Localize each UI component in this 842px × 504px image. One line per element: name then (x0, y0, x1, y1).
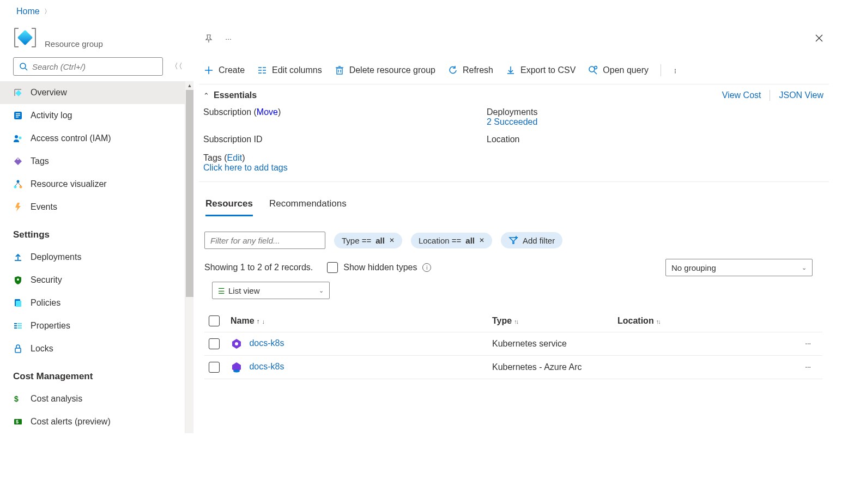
add-filter-label: Add filter (523, 236, 555, 245)
subscription-id-label: Subscription ID (203, 135, 487, 144)
sidebar-item-access-control[interactable]: Access control (IAM) (0, 127, 185, 150)
resource-name-link[interactable]: docs-k8s (249, 338, 284, 348)
kubernetes-service-icon (231, 338, 243, 350)
resource-visualizer-icon (13, 179, 23, 189)
records-row: Showing 1 to 2 of 2 records. Show hidden… (199, 249, 829, 276)
json-view-link[interactable]: JSON View (779, 90, 823, 100)
sidebar-item-locks[interactable]: Locks (0, 337, 185, 360)
refresh-button[interactable]: Refresh (447, 65, 493, 76)
row-more-button[interactable]: ··· (801, 332, 822, 356)
resource-name-link[interactable]: docs-k8s (249, 362, 284, 371)
filter-pill-type[interactable]: Type == all ✕ (334, 233, 402, 248)
sidebar-item-activity-log[interactable]: Activity log (0, 104, 185, 127)
sidebar-item-label: Cost analysis (31, 394, 82, 404)
toolbar-more-button[interactable]: ··· (670, 68, 681, 72)
svg-line-13 (15, 183, 18, 186)
sidebar-scrollbar[interactable]: ▲ (185, 81, 193, 433)
filter-pill-location[interactable]: Location == all ✕ (411, 233, 492, 248)
chevron-right-icon: 〉 (44, 7, 51, 16)
sidebar-item-label: Resource visualizer (31, 179, 107, 189)
collapse-sidebar-button[interactable]: 〈〈 (171, 62, 183, 71)
overview-icon (13, 88, 23, 98)
svg-line-47 (594, 71, 597, 74)
svg-text:$: $ (14, 394, 19, 403)
sidebar-item-properties[interactable]: Properties (0, 314, 185, 337)
scrollbar-thumb[interactable] (186, 90, 193, 297)
table-row[interactable]: docs-k8s Kubernetes - Azure Arc ··· (204, 356, 822, 379)
pin-button[interactable] (199, 29, 219, 48)
tags-edit-link[interactable]: Edit (227, 153, 243, 162)
grouping-dropdown[interactable]: No grouping ⌄ (665, 259, 813, 276)
info-icon[interactable]: i (422, 263, 431, 272)
search-icon (19, 62, 28, 71)
edit-columns-button[interactable]: Edit columns (257, 65, 322, 76)
close-icon[interactable]: ✕ (389, 236, 395, 244)
add-filter-button[interactable]: Add filter (501, 232, 562, 248)
breadcrumb-home[interactable]: Home (16, 7, 40, 16)
sidebar-item-security[interactable]: Security (0, 269, 185, 292)
svg-point-48 (595, 66, 597, 69)
svg-point-11 (14, 186, 17, 189)
chevron-down-icon: ⌄ (319, 287, 324, 294)
move-link[interactable]: Move (257, 107, 278, 117)
svg-point-12 (20, 186, 22, 189)
svg-rect-18 (16, 301, 21, 307)
deployments-label: Deployments (487, 107, 829, 117)
delete-button[interactable]: Delete resource group (334, 65, 435, 76)
more-button[interactable]: ··· (219, 29, 238, 48)
row-more-button[interactable]: ··· (801, 356, 822, 379)
column-header-type[interactable]: Type↑↓ (488, 310, 613, 332)
table-row[interactable]: docs-k8s Kubernetes service ··· (204, 332, 822, 356)
view-mode-dropdown[interactable]: ☰List view ⌄ (212, 282, 330, 299)
close-icon[interactable]: ✕ (479, 236, 484, 244)
svg-rect-23 (14, 327, 17, 329)
svg-rect-6 (16, 117, 19, 118)
sidebar-item-label: Access control (IAM) (31, 133, 111, 143)
lock-icon (13, 344, 23, 354)
column-header-name[interactable]: Name↑↓ (226, 310, 488, 332)
svg-rect-39 (337, 68, 342, 74)
sidebar-item-tags[interactable]: Tags (0, 150, 185, 173)
svg-point-8 (19, 137, 22, 139)
create-button[interactable]: Create (203, 65, 245, 76)
events-icon (13, 202, 23, 212)
refresh-icon (447, 65, 458, 76)
svg-rect-19 (14, 323, 17, 324)
deployments-value-link[interactable]: 2 Succeeded (487, 117, 537, 126)
list-view-icon: ☰ (218, 287, 225, 295)
sidebar-item-deployments[interactable]: Deployments (0, 246, 185, 269)
show-hidden-checkbox[interactable] (327, 262, 338, 273)
export-button[interactable]: Export to CSV (505, 65, 576, 76)
view-cost-link[interactable]: View Cost (722, 90, 761, 100)
trash-icon (334, 65, 345, 76)
sidebar-item-cost-analysis[interactable]: $ Cost analysis (0, 387, 185, 410)
svg-point-9 (17, 159, 19, 160)
resource-type: Kubernetes service (488, 332, 613, 356)
sidebar-item-resource-visualizer[interactable]: Resource visualizer (0, 173, 185, 196)
close-button[interactable] (809, 28, 829, 48)
sidebar-search-input[interactable] (32, 62, 157, 71)
column-header-location[interactable]: Location↑↓ (613, 310, 801, 332)
scroll-up-arrow[interactable]: ▲ (185, 81, 193, 90)
tab-resources[interactable]: Resources (205, 198, 253, 216)
svg-rect-21 (14, 325, 17, 326)
sidebar-search[interactable] (13, 57, 163, 76)
sidebar-item-events[interactable]: Events (0, 196, 185, 218)
sidebar-item-overview[interactable]: Overview (0, 81, 185, 104)
delete-label: Delete resource group (349, 65, 435, 75)
row-checkbox[interactable] (209, 362, 220, 373)
sidebar-item-cost-alerts[interactable]: $ Cost alerts (preview) (0, 410, 185, 433)
sidebar-item-policies[interactable]: Policies (0, 292, 185, 314)
svg-rect-2 (15, 90, 21, 96)
open-query-button[interactable]: Open query (587, 65, 649, 76)
row-checkbox[interactable] (209, 338, 220, 349)
tab-recommendations[interactable]: Recommendations (269, 198, 347, 216)
tags-add-link[interactable]: Click here to add tags (203, 163, 288, 172)
resource-group-icon (13, 27, 37, 48)
pill-value: all (375, 236, 385, 245)
select-all-checkbox[interactable] (209, 315, 220, 326)
filter-input[interactable] (204, 232, 325, 249)
chevron-up-icon[interactable]: ⌃ (203, 92, 209, 100)
sidebar-item-label: Deployments (31, 252, 81, 262)
show-hidden-label: Show hidden types (343, 263, 417, 272)
